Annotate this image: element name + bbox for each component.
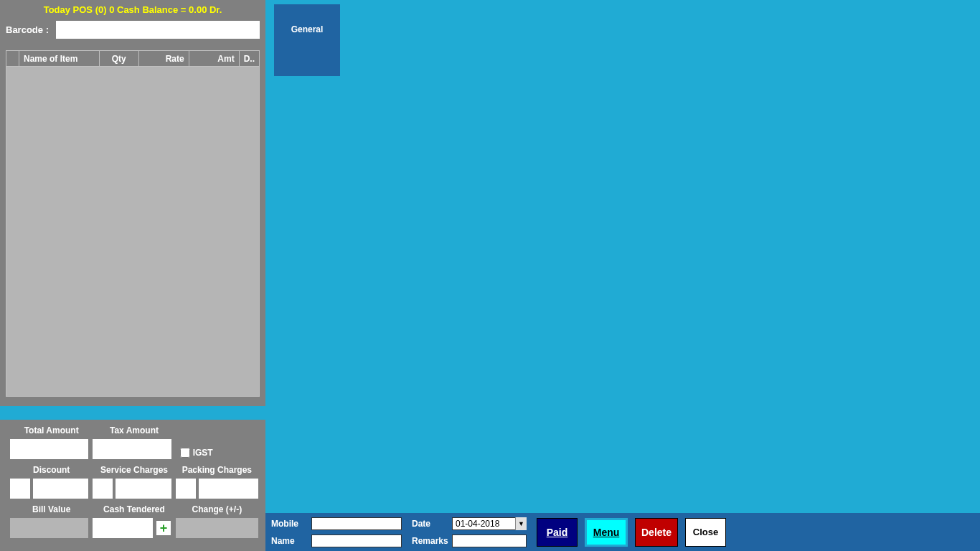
discount-pct-input[interactable] [10, 479, 30, 499]
date-input[interactable] [452, 517, 527, 530]
totals-panel: Total Amount Tax Amount IGST Discount Se… [0, 420, 265, 551]
cash-tendered-input[interactable] [93, 518, 152, 538]
col-qty-header[interactable]: Qty [99, 51, 138, 67]
category-label: General [291, 24, 324, 34]
barcode-input[interactable] [56, 21, 260, 39]
left-panel: Today POS (0) 0 Cash Balance = 0.00 Dr. … [0, 0, 265, 406]
igst-checkbox[interactable] [180, 448, 190, 458]
name-label: Name [271, 536, 307, 546]
paid-button[interactable]: Paid [537, 518, 578, 547]
discount-label: Discount [10, 463, 93, 476]
delete-button[interactable]: Delete [635, 518, 678, 547]
packing-label: Packing Charges [176, 463, 258, 476]
category-general-tile[interactable]: General [274, 4, 340, 76]
bill-value-output [10, 518, 88, 538]
change-label: Change (+/-) [176, 503, 258, 516]
remarks-label: Remarks [412, 536, 448, 546]
col-spacer [6, 51, 19, 67]
status-bar: Today POS (0) 0 Cash Balance = 0.00 Dr. [0, 0, 265, 21]
close-button[interactable]: Close [685, 518, 726, 547]
total-amount-label: Total Amount [10, 424, 93, 437]
bill-value-label: Bill Value [10, 503, 93, 516]
col-rate-header[interactable]: Rate [138, 51, 189, 67]
mobile-label: Mobile [271, 519, 307, 529]
items-grid: Name of Item Qty Rate Amt D.. [6, 50, 260, 67]
mobile-input[interactable] [311, 517, 402, 530]
plus-icon: + [160, 522, 168, 534]
date-label: Date [412, 519, 448, 529]
cash-tendered-label: Cash Tendered [93, 503, 175, 516]
tax-amount-label: Tax Amount [93, 424, 175, 437]
col-amt-header[interactable]: Amt [189, 51, 239, 67]
discount-value-input[interactable] [33, 479, 88, 499]
igst-label: IGST [193, 448, 213, 458]
service-label: Service Charges [93, 463, 175, 476]
total-amount-input[interactable] [10, 439, 88, 459]
tax-amount-input[interactable] [93, 439, 171, 459]
packing-pct-input[interactable] [176, 479, 196, 499]
service-pct-input[interactable] [93, 479, 113, 499]
remarks-input[interactable] [452, 534, 527, 547]
menu-button[interactable]: Menu [585, 518, 628, 547]
bottom-bar: Mobile Name Date ▼ Remarks Paid Menu Del… [265, 513, 980, 551]
barcode-label: Barcode : [6, 24, 49, 35]
col-d-header[interactable]: D.. [239, 51, 259, 67]
service-value-input[interactable] [116, 479, 171, 499]
items-grid-body[interactable] [6, 67, 260, 397]
packing-value-input[interactable] [199, 479, 258, 499]
col-name-header[interactable]: Name of Item [19, 51, 100, 67]
name-input[interactable] [311, 534, 402, 547]
change-output [176, 518, 258, 538]
add-payment-button[interactable]: + [156, 520, 171, 536]
